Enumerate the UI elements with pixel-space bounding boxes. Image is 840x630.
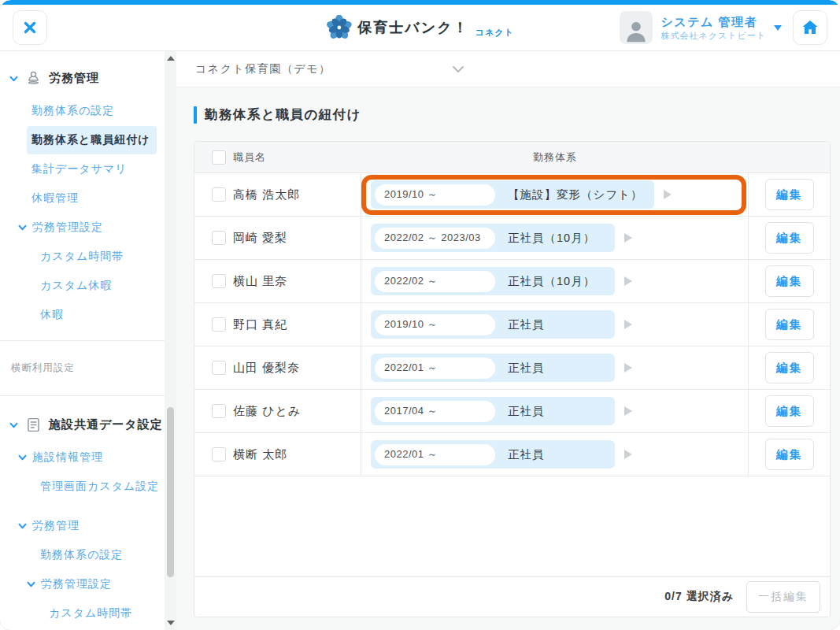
sidebar-divider: [0, 340, 165, 341]
sidebar-item-label: 労務管理: [32, 519, 80, 533]
home-button[interactable]: [793, 10, 827, 45]
logo-title: 保育士バンク！: [357, 18, 468, 37]
user-area: システム 管理者 株式会社ネクストビート: [620, 10, 827, 45]
period-pill: 2022/01 ～: [375, 444, 495, 465]
row-checkbox[interactable]: [212, 274, 226, 288]
row-checkbox[interactable]: [212, 361, 226, 375]
app-window: 保育士バンク！ コネクト システム 管理者 株式会社ネクストビート 労務管理勤務…: [0, 0, 840, 630]
table-row: 横断 太郎 2022/01 ～ 正社員 編集: [194, 433, 830, 476]
table-empty-space: [194, 476, 830, 576]
staff-name: 横山 里奈: [233, 274, 287, 289]
column-header-name: 職員名: [233, 150, 266, 165]
row-checkbox[interactable]: [212, 404, 226, 418]
worktype-chip[interactable]: 2019/10 ～ 【施設】変形（シフト）: [371, 180, 654, 209]
expand-arrow-icon[interactable]: [624, 276, 632, 286]
table-row: 山田 優梨奈 2022/01 ～ 正社員 編集: [194, 346, 830, 390]
period-pill: 2019/10 ～: [375, 184, 495, 206]
sidebar-group-label: 労務管理: [49, 71, 99, 86]
sidebar-item-label: カスタム時間帯: [40, 250, 124, 264]
sidebar-item[interactable]: 集計データサマリ: [27, 155, 157, 183]
worktype-label: 正社員: [508, 361, 545, 376]
chevron-down-icon: [9, 422, 18, 428]
column-header-worktype: 勤務体系: [533, 150, 577, 165]
close-icon: [22, 20, 38, 35]
sidebar-item-label: 休暇: [40, 308, 64, 322]
expand-arrow-icon[interactable]: [664, 190, 672, 199]
scrollbar-thumb[interactable]: [167, 407, 174, 577]
sidebar-item-label: 休暇管理: [31, 191, 79, 206]
sakura-logo-icon: [326, 15, 351, 40]
row-checkbox[interactable]: [212, 317, 226, 332]
sidebar-item[interactable]: 労務管理: [13, 512, 157, 540]
worktype-chip[interactable]: 2022/01 ～ 正社員: [371, 440, 615, 469]
expand-arrow-icon[interactable]: [624, 406, 632, 416]
sidebar-group-header[interactable]: 労務管理: [0, 61, 165, 96]
staff-name: 佐藤 ひとみ: [233, 404, 301, 419]
page-content: 勤務体系と職員の紐付け 職員名 勤務体系: [176, 87, 840, 630]
facility-selector[interactable]: コネクト保育園（デモ）: [176, 51, 840, 87]
sidebar-item-label: 勤務体系の設定: [40, 548, 123, 562]
chevron-down-icon: [452, 65, 464, 73]
sidebar-scrollbar[interactable]: [165, 51, 176, 630]
period-pill: 2022/01 ～: [375, 358, 495, 379]
sidebar-item[interactable]: 勤務体系の設定: [27, 97, 157, 125]
sidebar-item[interactable]: 施設情報管理: [13, 443, 157, 472]
title-accent-bar: [194, 106, 197, 124]
sidebar-group-header[interactable]: 施設共通データ設定: [0, 407, 165, 443]
user-avatar[interactable]: [620, 11, 653, 44]
select-all-checkbox[interactable]: [212, 150, 226, 165]
row-checkbox[interactable]: [212, 231, 226, 245]
edit-button[interactable]: 編集: [765, 222, 814, 254]
selection-status: 0/7 選択済み: [664, 590, 734, 604]
sidebar-item[interactable]: 休暇: [35, 301, 157, 329]
expand-arrow-icon[interactable]: [624, 363, 632, 372]
edit-button[interactable]: 編集: [765, 395, 814, 427]
period-pill: 2017/04 ～: [375, 401, 495, 422]
sidebar-item-label: 労務管理設定: [32, 220, 103, 235]
worktype-label: 正社員: [508, 404, 545, 419]
edit-button[interactable]: 編集: [765, 265, 814, 297]
sidebar-item-label: 労務管理設定: [41, 577, 112, 591]
edit-button[interactable]: 編集: [765, 309, 814, 340]
sidebar-item[interactable]: カスタム時間帯: [35, 243, 157, 271]
sidebar-gap: [0, 502, 165, 511]
worktype-chip[interactable]: 2017/04 ～ 正社員: [371, 397, 615, 425]
worktype-chip[interactable]: 2022/02 ～ 2023/03 正社員（10月）: [371, 224, 615, 252]
sidebar-item[interactable]: カスタム時間帯: [44, 599, 157, 628]
sidebar-item[interactable]: カスタム休暇: [35, 272, 157, 300]
user-info[interactable]: システム 管理者 株式会社ネクストビート: [661, 14, 766, 41]
user-menu-caret-icon[interactable]: [774, 25, 782, 31]
edit-button[interactable]: 編集: [765, 352, 814, 384]
sidebar-item[interactable]: 労務管理設定: [22, 570, 157, 598]
expand-arrow-icon[interactable]: [624, 320, 632, 329]
bulk-edit-button[interactable]: 一括編集: [746, 581, 820, 613]
edit-button[interactable]: 編集: [765, 179, 814, 210]
expand-arrow-icon[interactable]: [624, 450, 632, 459]
sidebar-item[interactable]: 労務管理設定: [13, 213, 157, 242]
worktype-chip[interactable]: 2019/10 ～ 正社員: [371, 310, 615, 339]
chevron-down-icon: [9, 76, 18, 82]
chevron-down-icon: [18, 224, 27, 231]
scrollbar-up-arrow-icon[interactable]: [167, 56, 175, 61]
period-pill: 2022/02 ～: [375, 271, 495, 292]
sidebar-item[interactable]: 管理画面カスタム設定: [35, 472, 157, 501]
worktype-chip[interactable]: 2022/02 ～ 正社員（10月）: [371, 267, 615, 295]
sidebar-item[interactable]: 休暇管理: [27, 184, 157, 213]
sidebar-group-label: 施設共通データ設定: [49, 417, 163, 432]
row-checkbox[interactable]: [212, 187, 226, 202]
edit-button[interactable]: 編集: [765, 439, 814, 470]
page-title: 勤務体系と職員の紐付け: [194, 106, 831, 124]
expand-arrow-icon[interactable]: [624, 233, 632, 243]
period-pill: 2022/02 ～ 2023/03: [375, 228, 495, 249]
scrollbar-down-arrow-icon[interactable]: [167, 621, 175, 625]
row-checkbox[interactable]: [212, 447, 226, 461]
table-row: 高橋 浩太郎 2019/10 ～ 【施設】変形（シフト） 編集: [194, 173, 830, 217]
sidebar-item[interactable]: 勤務体系の設定: [35, 541, 157, 569]
sidebar: 労務管理勤務体系の設定勤務体系と職員紐付け集計データサマリ休暇管理労務管理設定カ…: [0, 51, 165, 630]
worktype-chip[interactable]: 2022/01 ～ 正社員: [371, 354, 615, 382]
sidebar-item-active[interactable]: 勤務体系と職員紐付け: [27, 126, 157, 154]
close-button[interactable]: [13, 10, 47, 45]
main-area: コネクト保育園（デモ） 勤務体系と職員の紐付け 職員名 勤務体系: [176, 51, 840, 630]
table-row: 岡崎 愛梨 2022/02 ～ 2023/03 正社員（10月） 編集: [194, 217, 830, 260]
sidebar-item-label: 集計データサマリ: [31, 162, 128, 176]
